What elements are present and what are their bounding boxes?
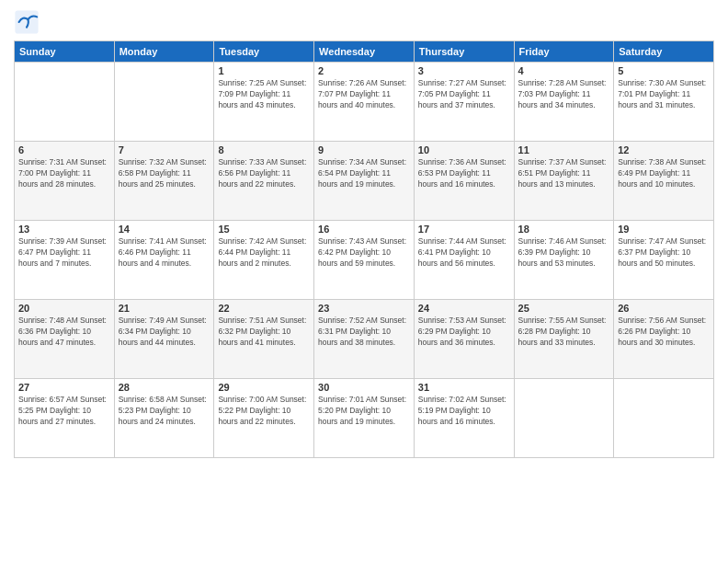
day-info: Sunrise: 7:46 AM Sunset: 6:39 PM Dayligh… xyxy=(518,236,610,270)
logo-icon xyxy=(14,9,40,35)
calendar-cell: 31Sunrise: 7:02 AM Sunset: 5:19 PM Dayli… xyxy=(414,379,514,458)
day-number: 16 xyxy=(318,224,410,235)
day-info: Sunrise: 7:32 AM Sunset: 6:58 PM Dayligh… xyxy=(119,157,210,190)
calendar-cell: 11Sunrise: 7:37 AM Sunset: 6:51 PM Dayli… xyxy=(514,142,614,221)
day-number: 26 xyxy=(618,303,710,314)
day-number: 5 xyxy=(618,65,710,76)
day-number: 12 xyxy=(618,144,710,155)
calendar-cell: 30Sunrise: 7:01 AM Sunset: 5:20 PM Dayli… xyxy=(314,379,415,458)
calendar-cell: 19Sunrise: 7:47 AM Sunset: 6:37 PM Dayli… xyxy=(614,221,714,300)
day-info: Sunrise: 7:02 AM Sunset: 5:19 PM Dayligh… xyxy=(418,395,510,428)
calendar-cell: 20Sunrise: 7:48 AM Sunset: 6:36 PM Dayli… xyxy=(15,300,115,379)
calendar-cell: 25Sunrise: 7:55 AM Sunset: 6:28 PM Dayli… xyxy=(514,300,614,379)
calendar-cell: 15Sunrise: 7:42 AM Sunset: 6:44 PM Dayli… xyxy=(214,221,314,300)
weekday-header: Friday xyxy=(514,41,614,63)
calendar-cell: 26Sunrise: 7:56 AM Sunset: 6:26 PM Dayli… xyxy=(614,300,714,379)
day-number: 1 xyxy=(218,65,310,76)
day-info: Sunrise: 7:01 AM Sunset: 5:20 PM Dayligh… xyxy=(318,395,410,428)
day-info: Sunrise: 7:42 AM Sunset: 6:44 PM Dayligh… xyxy=(218,236,310,270)
calendar-body: 1Sunrise: 7:25 AM Sunset: 7:09 PM Daylig… xyxy=(15,63,714,458)
day-number: 19 xyxy=(618,224,710,235)
day-info: Sunrise: 7:28 AM Sunset: 7:03 PM Dayligh… xyxy=(518,78,610,111)
day-number: 20 xyxy=(18,303,110,314)
day-info: Sunrise: 7:39 AM Sunset: 6:47 PM Dayligh… xyxy=(18,236,110,270)
calendar-cell: 28Sunrise: 6:58 AM Sunset: 5:23 PM Dayli… xyxy=(114,379,214,458)
logo xyxy=(14,9,43,35)
day-number: 31 xyxy=(418,382,510,393)
calendar-cell: 22Sunrise: 7:51 AM Sunset: 6:32 PM Dayli… xyxy=(214,300,314,379)
day-info: Sunrise: 7:56 AM Sunset: 6:26 PM Dayligh… xyxy=(618,316,710,349)
weekday-header: Thursday xyxy=(414,41,514,63)
day-info: Sunrise: 7:26 AM Sunset: 7:07 PM Dayligh… xyxy=(318,78,410,111)
calendar-header: SundayMondayTuesdayWednesdayThursdayFrid… xyxy=(15,41,714,63)
calendar-cell: 16Sunrise: 7:43 AM Sunset: 6:42 PM Dayli… xyxy=(314,221,415,300)
calendar-cell xyxy=(114,63,214,142)
calendar-cell: 6Sunrise: 7:31 AM Sunset: 7:00 PM Daylig… xyxy=(15,142,115,221)
day-info: Sunrise: 6:58 AM Sunset: 5:23 PM Dayligh… xyxy=(119,395,210,428)
day-info: Sunrise: 7:49 AM Sunset: 6:34 PM Dayligh… xyxy=(119,316,210,349)
day-info: Sunrise: 7:48 AM Sunset: 6:36 PM Dayligh… xyxy=(18,316,110,349)
day-number: 17 xyxy=(418,224,510,235)
calendar-cell: 12Sunrise: 7:38 AM Sunset: 6:49 PM Dayli… xyxy=(614,142,714,221)
day-number: 30 xyxy=(318,382,410,393)
day-number: 4 xyxy=(518,65,610,76)
weekday-header: Tuesday xyxy=(214,41,314,63)
day-number: 8 xyxy=(218,144,310,155)
day-info: Sunrise: 7:53 AM Sunset: 6:29 PM Dayligh… xyxy=(418,316,510,349)
day-number: 25 xyxy=(518,303,610,314)
day-number: 9 xyxy=(318,144,410,155)
header xyxy=(14,9,714,35)
calendar-cell: 5Sunrise: 7:30 AM Sunset: 7:01 PM Daylig… xyxy=(614,63,714,142)
calendar-cell: 21Sunrise: 7:49 AM Sunset: 6:34 PM Dayli… xyxy=(114,300,214,379)
day-number: 7 xyxy=(119,144,210,155)
day-info: Sunrise: 7:47 AM Sunset: 6:37 PM Dayligh… xyxy=(618,236,710,270)
calendar-cell: 10Sunrise: 7:36 AM Sunset: 6:53 PM Dayli… xyxy=(414,142,514,221)
day-info: Sunrise: 7:43 AM Sunset: 6:42 PM Dayligh… xyxy=(318,236,410,270)
day-number: 6 xyxy=(18,144,110,155)
calendar-cell: 23Sunrise: 7:52 AM Sunset: 6:31 PM Dayli… xyxy=(314,300,415,379)
day-number: 3 xyxy=(418,65,510,76)
day-info: Sunrise: 7:00 AM Sunset: 5:22 PM Dayligh… xyxy=(218,395,310,428)
day-info: Sunrise: 7:41 AM Sunset: 6:46 PM Dayligh… xyxy=(119,236,210,270)
calendar-cell: 13Sunrise: 7:39 AM Sunset: 6:47 PM Dayli… xyxy=(15,221,115,300)
calendar-cell: 7Sunrise: 7:32 AM Sunset: 6:58 PM Daylig… xyxy=(114,142,214,221)
calendar-week-row: 27Sunrise: 6:57 AM Sunset: 5:25 PM Dayli… xyxy=(15,379,714,458)
day-number: 23 xyxy=(318,303,410,314)
day-number: 2 xyxy=(318,65,410,76)
day-info: Sunrise: 7:52 AM Sunset: 6:31 PM Dayligh… xyxy=(318,316,410,349)
calendar-week-row: 20Sunrise: 7:48 AM Sunset: 6:36 PM Dayli… xyxy=(15,300,714,379)
day-info: Sunrise: 7:38 AM Sunset: 6:49 PM Dayligh… xyxy=(618,157,710,190)
calendar-cell: 27Sunrise: 6:57 AM Sunset: 5:25 PM Dayli… xyxy=(15,379,115,458)
calendar-cell: 24Sunrise: 7:53 AM Sunset: 6:29 PM Dayli… xyxy=(414,300,514,379)
day-info: Sunrise: 6:57 AM Sunset: 5:25 PM Dayligh… xyxy=(18,395,110,428)
weekday-header: Saturday xyxy=(614,41,714,63)
day-number: 28 xyxy=(119,382,210,393)
calendar-cell xyxy=(514,379,614,458)
day-number: 13 xyxy=(18,224,110,235)
weekday-row: SundayMondayTuesdayWednesdayThursdayFrid… xyxy=(15,41,714,63)
day-number: 11 xyxy=(518,144,610,155)
day-info: Sunrise: 7:30 AM Sunset: 7:01 PM Dayligh… xyxy=(618,78,710,111)
calendar-cell xyxy=(15,63,115,142)
day-number: 27 xyxy=(18,382,110,393)
calendar-cell: 4Sunrise: 7:28 AM Sunset: 7:03 PM Daylig… xyxy=(514,63,614,142)
calendar-cell: 1Sunrise: 7:25 AM Sunset: 7:09 PM Daylig… xyxy=(214,63,314,142)
day-info: Sunrise: 7:27 AM Sunset: 7:05 PM Dayligh… xyxy=(418,78,510,111)
day-number: 24 xyxy=(418,303,510,314)
day-info: Sunrise: 7:37 AM Sunset: 6:51 PM Dayligh… xyxy=(518,157,610,190)
day-number: 14 xyxy=(119,224,210,235)
page: SundayMondayTuesdayWednesdayThursdayFrid… xyxy=(0,0,728,563)
calendar-cell: 3Sunrise: 7:27 AM Sunset: 7:05 PM Daylig… xyxy=(414,63,514,142)
day-number: 29 xyxy=(218,382,310,393)
calendar: SundayMondayTuesdayWednesdayThursdayFrid… xyxy=(14,40,714,458)
day-number: 15 xyxy=(218,224,310,235)
day-info: Sunrise: 7:34 AM Sunset: 6:54 PM Dayligh… xyxy=(318,157,410,190)
calendar-week-row: 13Sunrise: 7:39 AM Sunset: 6:47 PM Dayli… xyxy=(15,221,714,300)
day-number: 18 xyxy=(518,224,610,235)
day-number: 10 xyxy=(418,144,510,155)
calendar-cell: 9Sunrise: 7:34 AM Sunset: 6:54 PM Daylig… xyxy=(314,142,415,221)
calendar-cell: 17Sunrise: 7:44 AM Sunset: 6:41 PM Dayli… xyxy=(414,221,514,300)
day-info: Sunrise: 7:36 AM Sunset: 6:53 PM Dayligh… xyxy=(418,157,510,190)
day-number: 21 xyxy=(119,303,210,314)
calendar-week-row: 1Sunrise: 7:25 AM Sunset: 7:09 PM Daylig… xyxy=(15,63,714,142)
